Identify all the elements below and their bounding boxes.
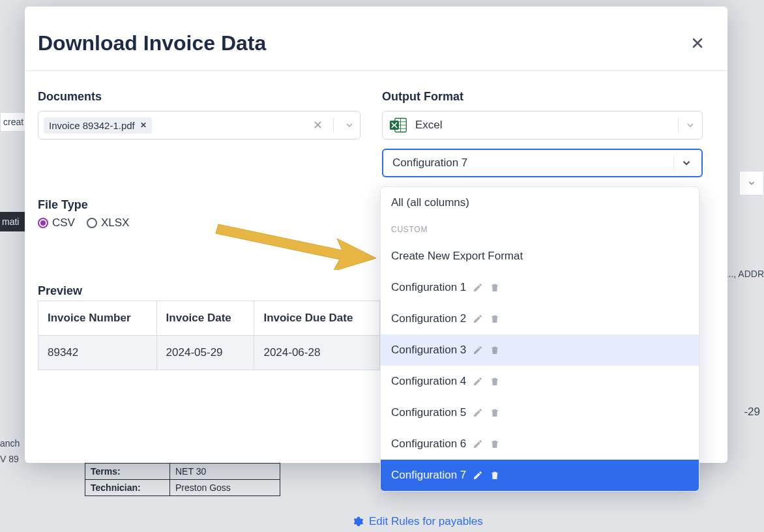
table-row: Terms:NET 30 bbox=[85, 464, 280, 480]
document-chip[interactable]: Invoice 89342-1.pdf ✕ bbox=[44, 117, 152, 134]
export-config-dropdown: All (all columns) CUSTOM Create New Expo… bbox=[380, 186, 699, 492]
dropdown-item-config-5[interactable]: Configuration 5 bbox=[381, 397, 699, 428]
dropdown-item-label: Create New Export Format bbox=[391, 250, 523, 263]
radio-label: XLSX bbox=[101, 216, 129, 229]
dropdown-item-label: Configuration 1 bbox=[391, 281, 466, 294]
chevron-down-icon[interactable] bbox=[681, 157, 692, 169]
table-header-row: Invoice Number Invoice Date Invoice Due … bbox=[38, 301, 380, 336]
file-type-xlsx-radio[interactable]: XLSX bbox=[87, 216, 129, 229]
trash-icon[interactable] bbox=[490, 470, 500, 480]
edit-rules-link[interactable]: Edit Rules for payables bbox=[353, 515, 483, 528]
edit-icon[interactable] bbox=[473, 314, 483, 324]
dropdown-item-config-4[interactable]: Configuration 4 bbox=[381, 366, 699, 397]
cell: 2024-06-28 bbox=[254, 336, 380, 370]
dropdown-item-label: Configuration 7 bbox=[391, 469, 466, 482]
bg-fragment: anch bbox=[0, 436, 26, 451]
output-format-value: Excel bbox=[415, 119, 443, 132]
trash-icon[interactable] bbox=[490, 314, 500, 324]
bg-caret-button[interactable] bbox=[739, 171, 764, 196]
edit-icon[interactable] bbox=[473, 439, 483, 449]
modal-title: Download Invoice Data bbox=[38, 31, 266, 55]
file-type-radio-group: CSV XLSX bbox=[38, 216, 129, 229]
dropdown-item-label: All (all columns) bbox=[391, 196, 469, 209]
divider bbox=[678, 118, 679, 132]
close-icon bbox=[690, 35, 705, 51]
dropdown-item-config-1[interactable]: Configuration 1 bbox=[381, 272, 699, 303]
edit-rules-label: Edit Rules for payables bbox=[369, 515, 483, 528]
radio-icon bbox=[38, 218, 48, 228]
divider bbox=[333, 118, 334, 132]
chevron-down-icon[interactable] bbox=[685, 120, 696, 130]
cell: 2024-05-29 bbox=[156, 336, 254, 370]
table-row: 89342 2024-05-29 2024-06-28 bbox=[38, 336, 380, 370]
chevron-down-icon bbox=[747, 179, 756, 188]
output-format-label: Output Format bbox=[382, 90, 463, 104]
col-header: Invoice Number bbox=[38, 301, 157, 336]
document-chip-label: Invoice 89342-1.pdf bbox=[49, 120, 135, 131]
export-config-select[interactable]: Configuration 7 bbox=[382, 149, 703, 177]
gear-icon bbox=[353, 516, 364, 527]
file-type-csv-radio[interactable]: CSV bbox=[38, 216, 75, 229]
dropdown-item-config-6[interactable]: Configuration 6 bbox=[381, 428, 699, 460]
bg-fragment: V 89 bbox=[0, 451, 26, 467]
trash-icon[interactable] bbox=[490, 376, 500, 387]
preview-table: Invoice Number Invoice Date Invoice Due … bbox=[38, 301, 380, 370]
divider bbox=[25, 70, 727, 71]
radio-label: CSV bbox=[52, 216, 75, 229]
remove-chip-icon[interactable]: ✕ bbox=[140, 121, 147, 130]
export-config-value: Configuration 7 bbox=[392, 156, 467, 170]
dropdown-item-label: Configuration 4 bbox=[391, 375, 466, 388]
col-header: Invoice Date bbox=[156, 301, 254, 336]
documents-label: Documents bbox=[38, 90, 102, 104]
file-type-label: File Type bbox=[38, 198, 88, 212]
preview-label: Preview bbox=[38, 284, 82, 298]
edit-icon[interactable] bbox=[473, 345, 483, 355]
dropdown-group-header: CUSTOM bbox=[381, 218, 699, 241]
divider bbox=[673, 156, 674, 170]
dropdown-item-label: Configuration 5 bbox=[391, 406, 466, 419]
dropdown-item-config-2[interactable]: Configuration 2 bbox=[381, 303, 699, 334]
dropdown-item-label: Configuration 6 bbox=[391, 437, 466, 451]
callout-arrow-icon bbox=[212, 211, 381, 270]
bg-fragment: mati bbox=[0, 212, 26, 231]
dropdown-item-label: Configuration 3 bbox=[391, 344, 466, 357]
dropdown-item-create[interactable]: Create New Export Format bbox=[381, 241, 699, 272]
dropdown-item-config-7[interactable]: Configuration 7 bbox=[381, 460, 699, 491]
dropdown-item-all[interactable]: All (all columns) bbox=[381, 187, 699, 218]
bg-fragment: creat bbox=[0, 112, 26, 132]
excel-icon bbox=[389, 116, 407, 134]
close-button[interactable] bbox=[690, 35, 705, 51]
edit-icon[interactable] bbox=[473, 376, 483, 387]
table-row: Technician:Preston Goss bbox=[85, 480, 280, 496]
trash-icon[interactable] bbox=[490, 439, 500, 449]
cell: 89342 bbox=[38, 336, 157, 370]
dropdown-item-label: Configuration 2 bbox=[391, 312, 466, 325]
col-header: Invoice Due Date bbox=[254, 301, 380, 336]
trash-icon[interactable] bbox=[490, 407, 500, 418]
clear-documents-icon[interactable]: ✕ bbox=[313, 118, 323, 132]
trash-icon[interactable] bbox=[490, 345, 500, 355]
output-format-select[interactable]: Excel bbox=[382, 111, 703, 140]
trash-icon[interactable] bbox=[490, 282, 500, 293]
radio-icon bbox=[87, 218, 97, 228]
chevron-down-icon[interactable] bbox=[344, 120, 355, 130]
edit-icon[interactable] bbox=[473, 282, 483, 293]
dropdown-item-config-3[interactable]: Configuration 3 bbox=[381, 334, 699, 366]
edit-icon[interactable] bbox=[473, 470, 483, 480]
documents-input[interactable]: Invoice 89342-1.pdf ✕ ✕ bbox=[38, 111, 360, 140]
edit-icon[interactable] bbox=[473, 407, 483, 418]
